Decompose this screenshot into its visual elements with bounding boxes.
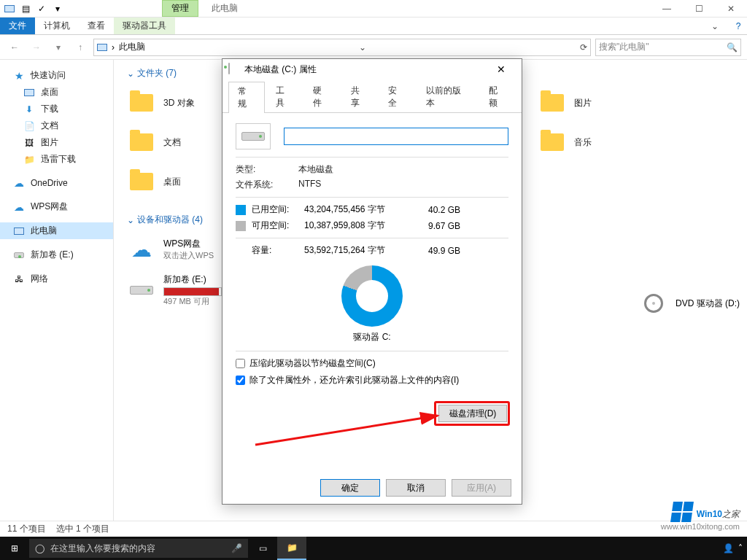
disk-cleanup-button[interactable]: 磁盘清理(D): [438, 405, 507, 422]
value-used-bytes: 43,204,755,456 字节: [304, 203, 414, 216]
sidebar-item-wps[interactable]: ☁WPS网盘: [0, 198, 113, 215]
tray-chevron-icon[interactable]: ˄: [738, 543, 743, 553]
label-type: 类型:: [236, 163, 298, 176]
sidebar-item-volume-e[interactable]: 新加卷 (E:): [0, 246, 113, 263]
drive-label-input[interactable]: [284, 128, 508, 145]
value-capacity-gb: 49.9 GB: [414, 246, 460, 256]
value-used-gb: 40.2 GB: [414, 205, 460, 215]
ok-button[interactable]: 确定: [320, 479, 380, 497]
folder-icon: 📁: [23, 154, 35, 166]
used-swatch: [236, 205, 246, 215]
sidebar-item-thunder[interactable]: 📁迅雷下载: [0, 151, 113, 168]
tab-hardware[interactable]: 硬件: [303, 81, 340, 112]
tab-security[interactable]: 安全: [379, 81, 415, 112]
value-free-bytes: 10,387,959,808 字节: [304, 219, 414, 232]
qat-item[interactable]: ✓: [35, 2, 48, 15]
folder-icon: [538, 88, 567, 117]
microphone-icon: 🎤: [231, 543, 242, 553]
file-tab[interactable]: 文件: [0, 18, 35, 34]
people-icon[interactable]: 👤: [723, 543, 734, 553]
sidebar-item-quick-access[interactable]: ★快速访问: [0, 67, 113, 84]
help-button[interactable]: ?: [729, 18, 747, 34]
forward-button[interactable]: →: [28, 39, 45, 56]
chevron-down-icon: ⌄: [127, 69, 134, 79]
search-placeholder: 在这里输入你要搜索的内容: [50, 542, 155, 555]
close-button[interactable]: ✕: [715, 0, 747, 18]
apply-button[interactable]: 应用(A): [452, 479, 511, 497]
windows-logo-icon: [670, 502, 694, 522]
sidebar-item-pictures[interactable]: 🖼图片: [0, 134, 113, 151]
tab-sharing[interactable]: 共享: [341, 81, 378, 112]
maximize-button[interactable]: ☐: [683, 0, 715, 18]
sidebar-item-desktop[interactable]: 桌面: [0, 84, 113, 101]
sidebar-item-downloads[interactable]: ⬇下载: [0, 101, 113, 117]
star-icon: ★: [13, 70, 25, 82]
taskbar: ⊞ ◯ 在这里输入你要搜索的内容 🎤 ▭ 📁 👤 ˄: [0, 537, 747, 560]
sidebar-item-onedrive[interactable]: ☁OneDrive: [0, 175, 113, 191]
tab-quota[interactable]: 配额: [479, 81, 516, 112]
tab-general[interactable]: 常规: [228, 82, 265, 113]
cancel-button[interactable]: 取消: [386, 479, 446, 497]
breadcrumb[interactable]: 此电脑: [119, 41, 145, 53]
checkbox-index[interactable]: 除了文件属性外，还允许索引此驱动器上文件的内容(I): [236, 374, 508, 386]
ribbon-tab-view[interactable]: 查看: [79, 18, 114, 34]
start-button[interactable]: ⊞: [0, 537, 29, 560]
tab-previous-versions[interactable]: 以前的版本: [417, 81, 479, 112]
checkbox-compress[interactable]: 压缩此驱动器以节约磁盘空间(C): [236, 357, 508, 370]
sidebar-item-this-pc[interactable]: 此电脑: [0, 222, 113, 239]
refresh-button[interactable]: ⟳: [580, 42, 587, 52]
ribbon-expand-button[interactable]: ⌄: [700, 18, 729, 34]
qat-item[interactable]: ▤: [19, 2, 32, 15]
ribbon-tab-computer[interactable]: 计算机: [35, 18, 79, 34]
taskbar-explorer[interactable]: 📁: [277, 537, 306, 560]
ribbon-tab-drive-tools[interactable]: 驱动器工具: [114, 18, 175, 34]
pictures-icon: 🖼: [23, 137, 35, 149]
sidebar-item-documents[interactable]: 📄文档: [0, 117, 113, 134]
quick-access-toolbar: ▤ ✓ ▾: [0, 2, 67, 15]
tab-tools[interactable]: 工具: [266, 81, 303, 112]
network-icon: 🖧: [13, 273, 25, 285]
device-dvd[interactable]: DVD 驱动器 (D:): [639, 286, 740, 321]
back-button[interactable]: ←: [6, 39, 23, 56]
qat-dropdown[interactable]: ▾: [51, 2, 64, 15]
document-icon: 📄: [23, 120, 35, 132]
navigation-pane: ★快速访问 桌面 ⬇下载 📄文档 🖼图片 📁迅雷下载 ☁OneDrive ☁WP…: [0, 60, 114, 521]
dialog-close-button[interactable]: ✕: [487, 63, 516, 75]
value-type: 本地磁盘: [298, 163, 333, 176]
label-filesystem: 文件系统:: [236, 179, 298, 191]
properties-dialog: 本地磁盘 (C:) 属性 ✕ 常规 工具 硬件 共享 安全 以前的版本 配额 类…: [222, 58, 522, 505]
dialog-titlebar[interactable]: 本地磁盘 (C:) 属性 ✕: [222, 59, 522, 79]
sidebar-item-network[interactable]: 🖧网络: [0, 271, 113, 287]
contextual-tab-label: 管理: [162, 0, 198, 17]
label-free: 可用空间:: [252, 219, 304, 232]
system-tray[interactable]: 👤 ˄: [719, 543, 747, 553]
address-bar[interactable]: › 此电脑 ⌄ ⟳: [93, 39, 591, 56]
drive-icon: [13, 249, 25, 261]
search-icon: 🔍: [727, 42, 738, 52]
selected-count: 选中 1 个项目: [56, 523, 109, 535]
value-free-gb: 9.67 GB: [414, 221, 460, 231]
compress-checkbox[interactable]: [236, 359, 245, 368]
watermark: Win10之家 www.win10xitong.com: [661, 502, 740, 531]
label-capacity: 容量:: [252, 244, 304, 257]
window-titlebar: ▤ ✓ ▾ 管理 此电脑 — ☐ ✕: [0, 0, 747, 18]
address-dropdown[interactable]: ⌄: [359, 42, 366, 52]
search-input[interactable]: 搜索"此电脑" 🔍: [595, 39, 741, 56]
recent-locations-button[interactable]: ▾: [50, 39, 67, 56]
status-bar: 11 个项目 选中 1 个项目: [0, 521, 747, 537]
navigation-row: ← → ▾ ↑ › 此电脑 ⌄ ⟳ 搜索"此电脑" 🔍: [0, 35, 747, 60]
task-view-button[interactable]: ▭: [248, 537, 277, 560]
minimize-button[interactable]: —: [651, 0, 683, 18]
up-button[interactable]: ↑: [71, 39, 89, 56]
label-used: 已用空间:: [252, 203, 304, 216]
watermark-url: www.win10xitong.com: [661, 522, 740, 531]
folder-icon: [538, 128, 567, 157]
cloud-icon: ☁: [127, 235, 156, 264]
cortana-icon: ◯: [35, 543, 44, 553]
index-checkbox[interactable]: [236, 376, 245, 385]
cloud-icon: ☁: [13, 177, 25, 189]
folder-icon: [127, 167, 156, 196]
taskbar-search[interactable]: ◯ 在这里输入你要搜索的内容 🎤: [29, 539, 248, 558]
drive-icon: [127, 276, 156, 305]
location-icon: [97, 44, 107, 51]
